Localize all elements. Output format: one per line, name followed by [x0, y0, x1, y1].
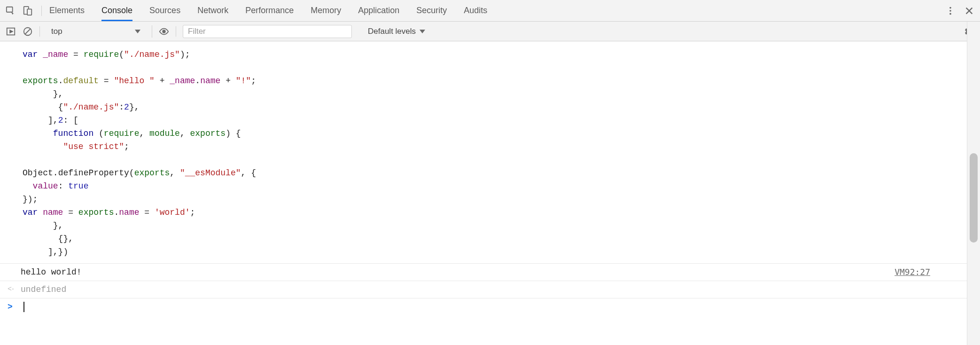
toolbar-eye-group: [159, 26, 176, 37]
scrollbar-thumb[interactable]: [970, 153, 978, 243]
inspect-element-icon[interactable]: [6, 6, 16, 16]
console-return-row: <· undefined: [0, 281, 980, 298]
svg-line-11: [25, 29, 31, 34]
toolbar-context-group: top: [47, 25, 152, 38]
panel-tabs: Elements Console Sources Network Perform…: [49, 0, 940, 21]
level-selector[interactable]: Default levels: [364, 27, 429, 36]
tab-performance[interactable]: Performance: [245, 0, 294, 21]
prompt-gutter: >: [8, 300, 21, 314]
tab-elements[interactable]: Elements: [49, 0, 85, 21]
tab-memory[interactable]: Memory: [311, 0, 341, 21]
filter-input[interactable]: [183, 25, 352, 38]
console-input-code: var _name = require("./name.js"); export…: [0, 48, 980, 264]
live-expression-icon[interactable]: [159, 26, 169, 37]
svg-marker-9: [10, 30, 13, 33]
tabbar-right-icons: [940, 6, 974, 16]
tabbar-left-icons: [6, 6, 42, 16]
console-toolbar: top Default levels: [0, 22, 980, 41]
return-value: undefined: [21, 283, 66, 296]
console-log-row: hello world! VM92:27: [0, 264, 980, 281]
vertical-scrollbar[interactable]: [967, 22, 980, 345]
prompt-caret-icon: >: [8, 300, 13, 314]
clear-console-icon[interactable]: [23, 26, 33, 37]
tab-security[interactable]: Security: [416, 0, 447, 21]
tab-sources[interactable]: Sources: [149, 0, 180, 21]
tab-network[interactable]: Network: [197, 0, 228, 21]
chevron-down-icon: [135, 30, 140, 33]
return-gutter: <·: [8, 283, 21, 296]
svg-point-3: [949, 7, 951, 8]
chevron-down-icon: [420, 30, 425, 33]
console-prompt-row[interactable]: >: [0, 298, 980, 315]
device-toggle-icon[interactable]: [23, 6, 33, 16]
kebab-menu-icon[interactable]: [945, 6, 956, 16]
console-body: var _name = require("./name.js"); export…: [0, 41, 980, 315]
context-selector[interactable]: top: [47, 25, 145, 38]
prompt-cursor: [23, 302, 24, 312]
svg-rect-0: [7, 7, 13, 12]
log-message: hello world!: [21, 266, 894, 279]
devtools-tabbar: Elements Console Sources Network Perform…: [0, 0, 980, 22]
svg-rect-2: [27, 9, 31, 15]
level-label: Default levels: [368, 27, 416, 36]
tab-application[interactable]: Application: [358, 0, 399, 21]
tab-audits[interactable]: Audits: [464, 0, 487, 21]
return-arrow-icon: <·: [8, 283, 14, 296]
toolbar-run-clear: [6, 26, 40, 37]
toggle-sidebar-icon[interactable]: [6, 26, 16, 37]
svg-point-5: [949, 13, 951, 15]
svg-point-12: [163, 30, 165, 33]
close-icon[interactable]: [964, 6, 974, 16]
tab-console[interactable]: Console: [101, 0, 132, 21]
context-label: top: [51, 27, 62, 36]
svg-point-4: [949, 10, 951, 12]
log-source-link[interactable]: VM92:27: [894, 266, 930, 279]
